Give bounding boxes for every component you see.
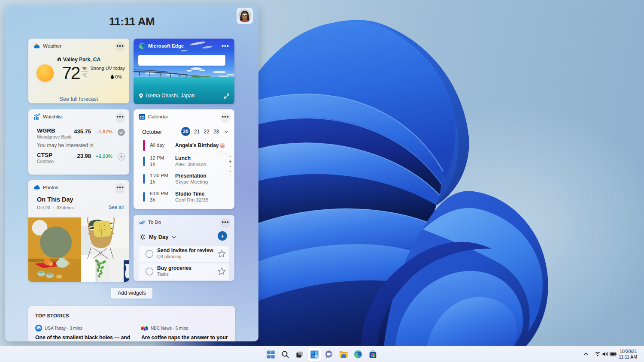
svg-text:USA: USA	[36, 327, 41, 330]
